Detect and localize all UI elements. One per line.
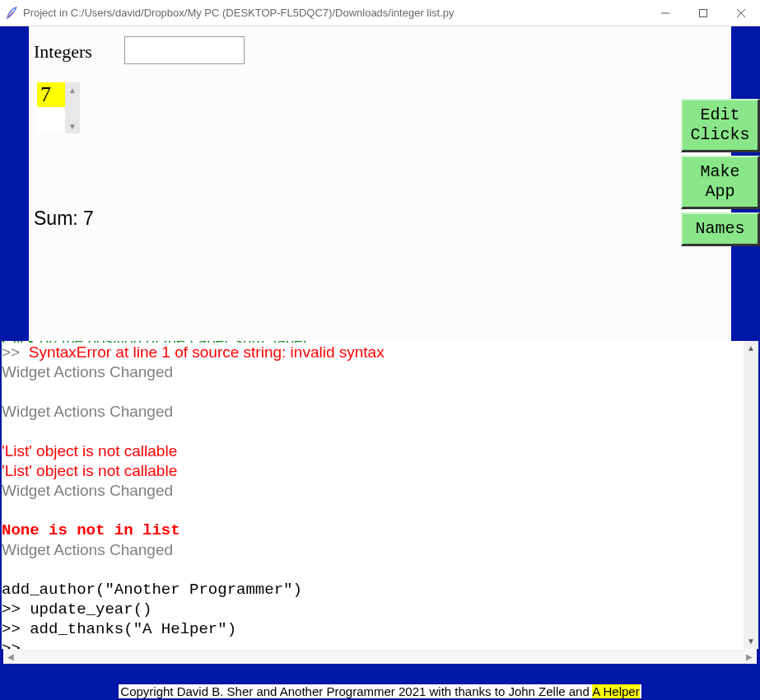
copyright-text: Copyright David B. Sher and Another Prog… [119,684,641,698]
title-bar: Project in C:/Users/david/Dropbox/My PC … [0,0,760,26]
scroll-thumb[interactable] [744,357,758,633]
console-line: Widget Actions Changed [2,481,742,501]
scroll-up-icon[interactable]: ▲ [744,341,758,356]
console-line: None is not in list [2,520,742,540]
console-line: Widget Actions Changed [2,402,742,422]
copyright-highlight: A Helper [592,684,640,698]
minimize-button[interactable] [646,0,684,26]
sum-label: Sum: 7 [34,208,94,230]
console-line: 'List' object is not callable [2,441,742,461]
edit-clicks-button[interactable]: Edit Clicks [681,99,760,152]
scroll-left-icon[interactable]: ◀ [3,649,18,664]
console-horizontal-scrollbar[interactable]: ◀ ▶ [3,649,757,664]
integers-listbox[interactable]: 7 [37,82,65,133]
console-line: Widget Actions Changed [2,362,742,382]
integers-listbox-wrap: 7 ▲ ▼ [37,82,85,133]
scroll-down-icon[interactable]: ▼ [744,634,758,649]
console-output[interactable]: Click on the position of the Label 'sum_… [2,341,758,649]
tk-feather-icon [0,0,23,26]
window-title: Project in C:/Users/david/Dropbox/My PC … [23,7,646,19]
console-line [2,560,742,580]
names-button[interactable]: Names [681,212,760,246]
svg-rect-1 [700,9,707,16]
console-line [2,382,742,402]
copyright-prefix: Copyright David B. Sher and Another Prog… [120,684,592,698]
integers-entry[interactable] [124,36,245,64]
console-line: add_author("Another Programmer") [2,580,742,600]
console-line [2,422,742,441]
console-vertical-scrollbar[interactable]: ▲ ▼ [744,341,758,649]
window-controls [646,0,760,26]
footer-bar: Copyright David B. Sher and Another Prog… [0,682,760,700]
close-button[interactable] [722,0,760,26]
list-item[interactable]: 7 [37,82,65,107]
integers-label: Integers [34,41,92,63]
scroll-up-icon[interactable]: ▲ [65,82,80,97]
console-line: 'List' object is not callable [2,461,742,481]
scroll-right-icon[interactable]: ▶ [742,649,757,664]
console-line [2,501,742,520]
listbox-scrollbar[interactable]: ▲ ▼ [65,82,80,133]
console-line: >> [2,639,742,649]
scroll-down-icon[interactable]: ▼ [65,119,80,133]
maximize-button[interactable] [684,0,722,26]
console-line: >> SyntaxError at line 1 of source strin… [2,343,742,362]
console-line: >> update_year() [2,600,742,619]
app-frame: Integers 7 ▲ ▼ Sum: 7 Edit Clicks Make A… [0,26,760,700]
console-line: >> add_thanks("A Helper") [2,619,742,639]
make-app-button[interactable]: Make App [681,156,760,209]
console-panel: Click on the position of the Label 'sum_… [0,341,760,682]
design-panel: Integers 7 ▲ ▼ Sum: 7 Edit Clicks Make A… [29,26,731,341]
console-line: Widget Actions Changed [2,540,742,560]
side-button-stack: Edit Clicks Make App Names [681,99,760,246]
